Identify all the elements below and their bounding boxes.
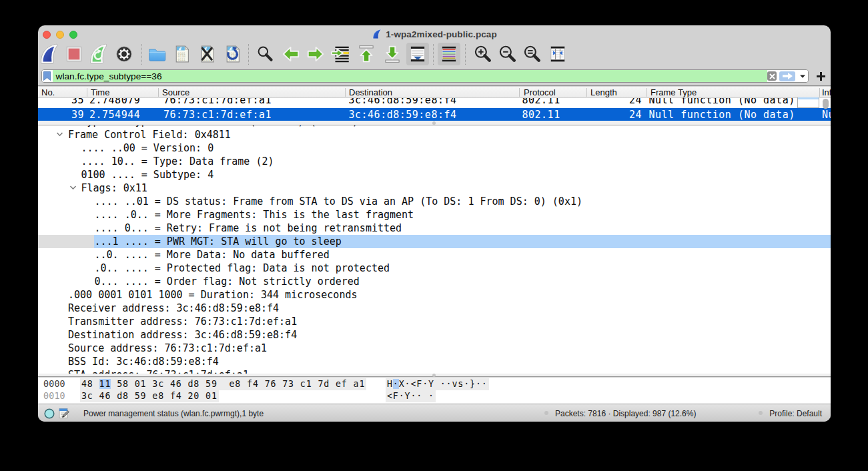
detail-text: Flags: 0x11 <box>81 181 147 195</box>
column-header-source[interactable]: Source <box>162 87 189 97</box>
packet-list-scrollbar-thumb[interactable] <box>823 99 829 109</box>
zoom-out-button[interactable] <box>496 43 518 65</box>
detail-line[interactable]: Frame Control Field: 0x4811 <box>38 128 831 141</box>
save-file-button[interactable]: 010101100111 <box>171 43 193 65</box>
status-profile[interactable]: Profile: Default <box>769 409 822 418</box>
status-separator-dot <box>759 411 763 415</box>
detail-line[interactable]: .... ..00 = Version: 0 <box>38 141 831 155</box>
column-separator[interactable] <box>586 88 587 97</box>
capture-options-button[interactable] <box>113 43 135 65</box>
display-filter-field[interactable]: wlan.fc.type_subtype==36 <box>41 69 809 83</box>
cell-no: 39 <box>71 109 84 121</box>
packet-row-39-selected[interactable]: 392.75494476:73:c1:7d:ef:a13c:46:d8:59:e… <box>38 108 831 121</box>
detail-line[interactable]: STA address: 76:73:c1:7d:ef:a1 <box>38 368 831 374</box>
filter-clear-button[interactable] <box>767 71 777 81</box>
packet-list-header[interactable]: No.TimeSourceDestinationProtocolLengthFr… <box>38 87 831 99</box>
detail-line[interactable]: .... ..01 = DS status: Frame from STA to… <box>38 195 831 208</box>
packet-details-pane[interactable]: Type/Subtype: Null function (No data) (0… <box>38 125 831 374</box>
find-packet-button[interactable] <box>254 43 276 65</box>
detail-line[interactable]: .0.. .... = Protected flag: Data is not … <box>38 262 831 275</box>
toolbar-separator <box>465 44 466 65</box>
expert-info-icon[interactable] <box>44 408 55 419</box>
column-header-time[interactable]: Time <box>91 87 109 97</box>
column-separator[interactable] <box>819 88 820 97</box>
detail-text: BSS Id: 3c:46:d8:59:e8:f4 <box>68 355 219 368</box>
zoom-reset-button[interactable] <box>520 43 543 65</box>
display-filter-input[interactable]: wlan.fc.type_subtype==36 <box>53 70 768 82</box>
detail-line[interactable]: .... .0.. = More Fragments: This is the … <box>38 208 831 221</box>
hex-row[interactable]: 00103c 46 d8 59 e8 f4 20 01<F·Y·· · <box>38 390 831 402</box>
title-bar[interactable]: 1-wpa2mixed-public.pcap <box>38 25 831 43</box>
packet-row-35-line: 352.74807976:73:c1:7d:ef:a13c:46:d8:59:e… <box>38 98 831 107</box>
auto-scroll-button[interactable] <box>406 43 429 65</box>
filter-buttons-group <box>767 70 808 82</box>
title-group: 1-wpa2mixed-public.pcap <box>38 27 831 41</box>
detail-text: Frame Control Field: 0x4811 <box>68 128 231 141</box>
zoom-in-button[interactable] <box>471 43 494 65</box>
detail-text: .... 10.. = Type: Data frame (2) <box>81 155 274 168</box>
column-separator[interactable] <box>87 88 87 97</box>
chevron-down-icon[interactable] <box>56 128 63 141</box>
close-file-button[interactable]: 010101100111 <box>196 43 219 65</box>
wireshark-document-icon <box>372 29 382 39</box>
column-header-frametype[interactable]: Frame Type <box>650 87 697 97</box>
column-separator[interactable] <box>345 88 346 97</box>
colorize-button[interactable] <box>438 43 460 65</box>
detail-line[interactable]: Flags: 0x11 <box>38 181 831 195</box>
detail-line[interactable]: Receiver address: 3c:46:d8:59:e8:f4 <box>38 302 831 315</box>
detail-line[interactable]: ..0. .... = More Data: No data buffered <box>38 248 831 262</box>
go-to-packet-button[interactable] <box>330 43 352 65</box>
cell-time: 2.754944 <box>89 109 140 121</box>
packet-row-35[interactable]: 352.74807976:73:c1:7d:ef:a13c:46:d8:59:e… <box>38 98 831 108</box>
filter-apply-button[interactable] <box>779 71 795 81</box>
chevron-down-icon[interactable] <box>69 181 77 195</box>
filter-dropdown-arrow[interactable] <box>799 75 806 78</box>
column-separator[interactable] <box>158 88 159 97</box>
column-header-length[interactable]: Length <box>590 87 617 97</box>
cell-time: 2.748079 <box>89 98 140 107</box>
go-last-button[interactable] <box>381 43 404 65</box>
hex-bytes: 3c 46 d8 59 e8 f4 20 01 <box>80 390 219 402</box>
column-header-info[interactable]: Info <box>822 87 831 97</box>
zoom-out-icon <box>496 43 518 65</box>
detail-line[interactable]: 0... .... = Order flag: Not strictly ord… <box>38 275 831 288</box>
go-first-button[interactable] <box>355 43 378 65</box>
go-forward-button[interactable] <box>304 43 327 65</box>
filter-bookmark-icon[interactable] <box>42 70 53 82</box>
stop-capture-button[interactable] <box>63 43 85 65</box>
detail-text: STA address: 76:73:c1:7d:ef:a1 <box>68 368 249 374</box>
toolbar-separator <box>433 44 434 65</box>
detail-line-selected[interactable]: ...1 .... = PWR MGT: STA will go to slee… <box>38 235 831 248</box>
add-filter-button[interactable] <box>817 72 825 81</box>
splitter-details-bytes[interactable] <box>38 374 831 377</box>
detail-line[interactable]: BSS Id: 3c:46:d8:59:e8:f4 <box>38 355 831 368</box>
detail-line[interactable]: Destination address: 3c:46:d8:59:e8:f4 <box>38 328 831 342</box>
detail-line[interactable]: .... 10.. = Type: Data frame (2) <box>38 155 831 168</box>
start-capture-button[interactable] <box>38 43 61 65</box>
reload-file-button[interactable]: 010101100111 <box>222 43 244 65</box>
detail-line[interactable]: .000 0001 0101 1000 = Duration: 344 micr… <box>38 288 831 302</box>
column-header-protocol[interactable]: Protocol <box>524 87 556 97</box>
hex-row[interactable]: 000048 11 58 01 3c 46 d8 59 e8 f4 76 73 … <box>38 378 831 390</box>
column-header-no[interactable]: No. <box>41 87 55 97</box>
intelligent-scrollbar-minimap[interactable] <box>797 97 819 108</box>
column-separator[interactable] <box>646 88 646 97</box>
capture-comment-icon[interactable] <box>59 408 70 419</box>
column-header-destination[interactable]: Destination <box>349 87 392 97</box>
go-back-button[interactable] <box>280 43 302 65</box>
detail-line[interactable]: 0100 .... = Subtype: 4 <box>38 168 831 181</box>
detail-text: .000 0001 0101 1000 = Duration: 344 micr… <box>68 288 357 302</box>
detail-text: .... ..00 = Version: 0 <box>81 141 214 155</box>
packet-bytes-pane[interactable]: 000048 11 58 01 3c 46 d8 59 e8 f4 76 73 … <box>38 378 831 404</box>
cell-frame_type: Null function (No data) <box>649 98 795 107</box>
restart-capture-button[interactable] <box>87 43 110 65</box>
resize-columns-button[interactable] <box>546 43 569 65</box>
filter-bar: wlan.fc.type_subtype==36 <box>38 68 831 86</box>
column-separator[interactable] <box>519 88 520 97</box>
detail-text: .... .0.. = More Fragments: This is the … <box>95 208 414 221</box>
detail-line[interactable]: .... 0... = Retry: Frame is not being re… <box>38 221 831 235</box>
open-file-button[interactable] <box>145 43 168 65</box>
detail-line[interactable]: Transmitter address: 76:73:c1:7d:ef:a1 <box>38 315 831 328</box>
detail-line[interactable]: Source address: 76:73:c1:7d:ef:a1 <box>38 342 831 355</box>
wireshark-window: 1-wpa2mixed-public.pcap 0101011001110101… <box>38 25 831 422</box>
